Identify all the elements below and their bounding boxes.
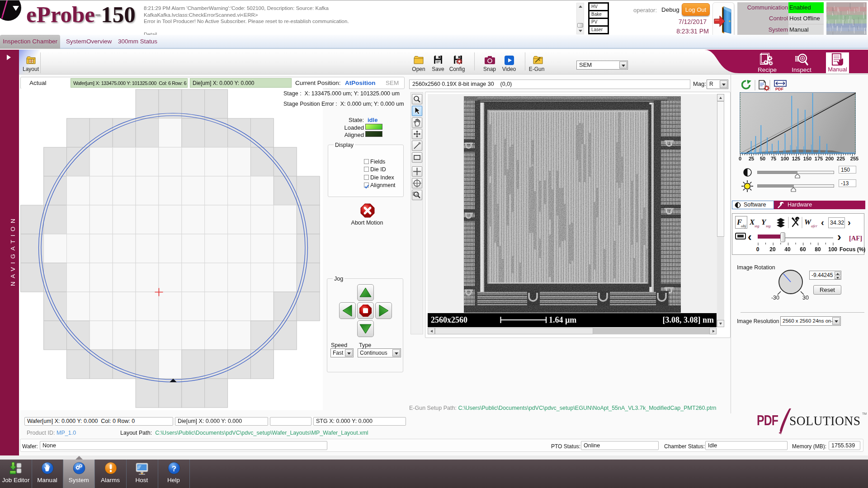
svg-text:afer: afer <box>811 224 817 228</box>
svg-text:PDF: PDF <box>775 87 784 91</box>
svg-text:obj: obj <box>741 224 746 228</box>
svg-text:stg: stg <box>755 224 760 228</box>
svg-text:stg: stg <box>766 224 771 228</box>
svg-text:?: ? <box>172 465 176 473</box>
